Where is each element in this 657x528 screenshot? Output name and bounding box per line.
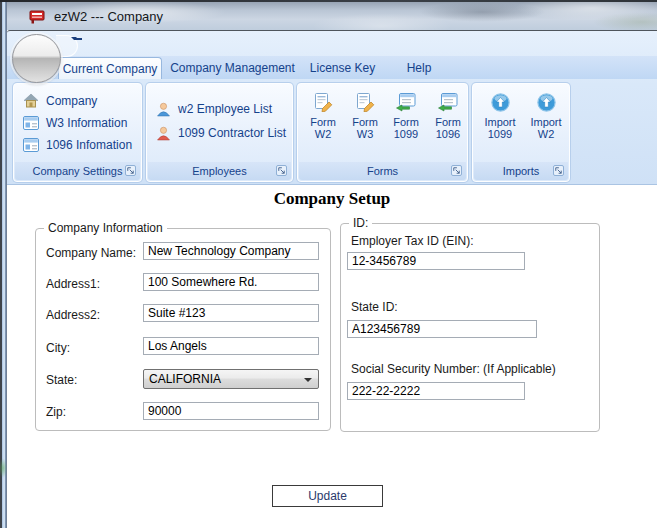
address2-label: Address2: <box>46 308 100 322</box>
button-form-1096[interactable]: Form 1096 <box>428 88 468 162</box>
button-label: Form 1096 <box>435 116 461 140</box>
button-label: Import 1099 <box>484 116 515 140</box>
city-label: City: <box>46 341 70 355</box>
address1-label: Address1: <box>46 277 100 291</box>
ribbon-group-employees: w2 Employee List 1099 Contractor List Em… <box>146 83 293 182</box>
grid-icon <box>23 116 39 130</box>
ssn-label: Social Security Number: (If Applicable) <box>351 362 556 376</box>
ribbon-group-forms: Form W2 Form W3 <box>297 83 468 182</box>
group-caption-employees: Employees <box>148 162 291 180</box>
chevron-down-icon <box>304 378 312 386</box>
import-up-arrow-icon <box>479 88 521 116</box>
main-content: Company Setup Company Information Compan… <box>7 186 657 528</box>
button-form-w2[interactable]: Form W2 <box>303 88 343 162</box>
ribbon-group-imports: Import 1099 Import W2 Imports <box>472 83 570 182</box>
state-id-input[interactable] <box>347 320 537 338</box>
button-label: 1096 Infomation <box>46 138 132 152</box>
zip-input[interactable] <box>143 402 319 420</box>
dialog-launcher-icon[interactable] <box>125 165 136 176</box>
button-import-1099[interactable]: Import 1099 <box>479 88 521 162</box>
state-label: State: <box>46 373 77 387</box>
button-label: W3 Information <box>46 116 127 130</box>
ribbon: Current Company Company Management Licen… <box>7 30 657 185</box>
grid-icon <box>23 138 39 152</box>
button-form-w3[interactable]: Form W3 <box>345 88 385 162</box>
button-company[interactable]: Company <box>23 92 137 110</box>
button-1096-information[interactable]: 1096 Infomation <box>23 136 137 154</box>
button-label: Form 1099 <box>393 116 419 140</box>
groupbox-legend: Company Information <box>44 221 167 235</box>
button-form-1099[interactable]: Form 1099 <box>386 88 426 162</box>
id-groupbox: ID: Employer Tax ID (EIN): State ID: Soc… <box>340 223 600 432</box>
button-label: Company <box>46 94 97 108</box>
table-import-arrow-icon <box>386 88 426 116</box>
city-input[interactable] <box>143 337 319 355</box>
ein-label: Employer Tax ID (EIN): <box>351 234 473 248</box>
state-select[interactable]: CALIFORNIA <box>143 369 319 389</box>
ssn-input[interactable] <box>347 382 525 400</box>
address1-input[interactable] <box>143 273 319 291</box>
groupbox-legend: ID: <box>349 216 372 230</box>
group-caption-forms: Forms <box>299 162 466 180</box>
import-up-arrow-icon <box>525 88 567 116</box>
application-orb-button[interactable] <box>12 34 61 83</box>
window-frame-left <box>0 2 7 528</box>
tab-help[interactable]: Help <box>395 57 443 79</box>
chevron-down-icon <box>71 37 77 60</box>
quick-access-toolbar-dropdown[interactable] <box>71 38 85 50</box>
titlebar[interactable]: ezW2 --- Company <box>2 2 657 30</box>
button-label: Form W2 <box>310 116 336 140</box>
ribbon-tab-row: Current Company Company Management Licen… <box>7 56 657 79</box>
zip-label: Zip: <box>46 405 66 419</box>
group-caption-label: Company Settings <box>33 165 123 177</box>
ein-input[interactable] <box>347 252 525 270</box>
button-label: Form W3 <box>352 116 378 140</box>
company-name-input[interactable] <box>143 242 319 260</box>
app-window: ezW2 --- Company Current Company Company… <box>0 0 657 528</box>
group-caption-label: Employees <box>192 165 246 177</box>
dialog-launcher-icon[interactable] <box>451 165 462 176</box>
form-edit-icon <box>345 88 385 116</box>
group-caption-label: Imports <box>503 165 540 177</box>
tab-current-company[interactable]: Current Company <box>58 57 162 79</box>
home-icon <box>23 93 39 109</box>
button-w2-employee-list[interactable]: w2 Employee List <box>156 100 288 118</box>
tab-license-key[interactable]: License Key <box>305 57 380 79</box>
update-button[interactable]: Update <box>272 485 383 507</box>
window-title: ezW2 --- Company <box>54 9 163 24</box>
ribbon-group-company-settings: Company W3 Information <box>13 83 142 182</box>
table-import-arrow-icon <box>428 88 468 116</box>
tab-company-management[interactable]: Company Management <box>170 57 295 79</box>
person-red-icon <box>156 126 171 141</box>
button-label: w2 Employee List <box>178 102 272 116</box>
button-import-w2[interactable]: Import W2 <box>525 88 567 162</box>
company-name-label: Company Name: <box>46 246 136 260</box>
button-1099-contractor-list[interactable]: 1099 Contractor List <box>156 124 288 142</box>
app-icon <box>29 8 46 25</box>
button-label: 1099 Contractor List <box>178 126 286 140</box>
page-title: Company Setup <box>7 189 657 209</box>
group-caption-company-settings: Company Settings <box>15 162 140 180</box>
form-edit-icon <box>303 88 343 116</box>
company-information-groupbox: Company Information Company Name: Addres… <box>35 228 331 431</box>
button-w3-information[interactable]: W3 Information <box>23 114 137 132</box>
button-label: Import W2 <box>530 116 561 140</box>
group-caption-label: Forms <box>367 165 398 177</box>
dialog-launcher-icon[interactable] <box>276 165 287 176</box>
address2-input[interactable] <box>143 304 319 322</box>
person-blue-icon <box>156 102 171 117</box>
group-caption-imports: Imports <box>474 162 568 180</box>
state-selected-value: CALIFORNIA <box>149 372 221 386</box>
dialog-launcher-icon[interactable] <box>553 165 564 176</box>
state-id-label: State ID: <box>351 300 398 314</box>
